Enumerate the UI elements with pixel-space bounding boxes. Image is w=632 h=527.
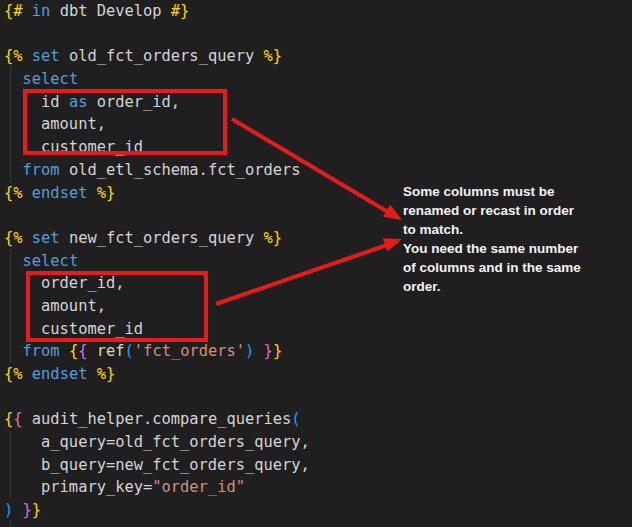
code-token: select [23,252,79,270]
code-token [87,342,96,360]
annotation-note-line: order. [403,277,625,296]
code-line[interactable]: {% set old_fct_orders_query %} [4,45,310,68]
code-token: a_query=old_fct_orders_query, [4,433,310,451]
code-token: endset [32,365,88,383]
code-token: { [4,410,13,428]
code-token [23,184,32,202]
code-line[interactable]: primary_key="order_id" [4,476,310,499]
code-token: { [13,410,22,428]
code-token: { [69,342,78,360]
code-editor[interactable]: {# in dbt Develop #}{% set old_fct_order… [0,0,632,527]
annotation-box-old-columns [23,89,227,155]
code-token: {% [4,229,23,247]
code-token: #} [171,2,190,20]
code-token: ( [291,410,300,428]
code-token: %} [264,47,283,65]
code-token: ) [245,342,254,360]
code-token: endset [32,184,88,202]
annotation-note-line: Some columns must be [403,182,625,201]
code-token: ( [125,342,134,360]
code-token: %} [97,365,116,383]
code-token [4,161,23,179]
code-token: ref [97,342,125,360]
code-token: } [32,501,41,519]
code-line[interactable]: ) }} [4,499,310,522]
code-line[interactable]: {% endset %} [4,363,310,386]
code-token: 'fct_orders' [134,342,245,360]
code-token: in [32,2,51,20]
code-token: new_fct_orders_query [60,229,264,247]
code-token: %} [97,184,116,202]
annotation-note-line: You need the same number [403,239,625,258]
code-token [23,47,32,65]
code-token [4,70,23,88]
code-token [254,342,263,360]
code-token: "order_id" [152,478,245,496]
code-token: {% [4,47,23,65]
code-token [23,365,32,383]
code-token: {% [4,184,23,202]
code-line[interactable]: {{ audit_helper.compare_queries( [4,408,310,431]
code-token [87,184,96,202]
code-token [60,342,69,360]
code-token [13,501,22,519]
code-area[interactable]: {# in dbt Develop #}{% set old_fct_order… [4,0,310,522]
code-token: from [23,342,60,360]
annotation-note-line: of columns and in the same [403,258,625,277]
code-line[interactable]: from old_etl_schema.fct_orders [4,159,310,182]
code-token: {% [4,365,23,383]
code-token: from [23,161,60,179]
code-token [4,252,23,270]
code-token [23,2,32,20]
code-token: primary_key= [4,478,152,496]
code-token: set [32,229,60,247]
code-line[interactable]: a_query=old_fct_orders_query, [4,431,310,454]
code-line[interactable]: select [4,250,310,273]
code-line[interactable]: from {{ ref('fct_orders') }} [4,340,310,363]
code-token: } [273,342,282,360]
code-token [4,342,23,360]
code-token: %} [264,229,283,247]
code-line[interactable] [4,386,310,409]
code-line[interactable]: {# in dbt Develop #} [4,0,310,23]
code-token [23,229,32,247]
code-token: } [23,501,32,519]
annotation-note-line: renamed or recast in order [403,201,625,220]
code-token: old_etl_schema.fct_orders [60,161,301,179]
code-line[interactable] [4,23,310,46]
code-token: {# [4,2,23,20]
code-line[interactable] [4,204,310,227]
code-token: set [32,47,60,65]
code-line[interactable]: {% endset %} [4,182,310,205]
code-line[interactable]: b_query=new_fct_orders_query, [4,454,310,477]
code-token: old_fct_orders_query [60,47,264,65]
code-token: dbt Develop [50,2,170,20]
code-token: } [264,342,273,360]
code-line[interactable]: {% set new_fct_orders_query %} [4,227,310,250]
code-line[interactable]: select [4,68,310,91]
annotation-note-line: to match. [403,220,625,239]
annotation-box-new-columns [26,271,208,342]
code-token: b_query=new_fct_orders_query, [4,456,310,474]
code-token: select [23,70,79,88]
code-token: audit_helper.compare_queries [23,410,292,428]
code-token: ) [4,501,13,519]
annotation-note: Some columns must be renamed or recast i… [403,182,625,296]
code-token [87,365,96,383]
